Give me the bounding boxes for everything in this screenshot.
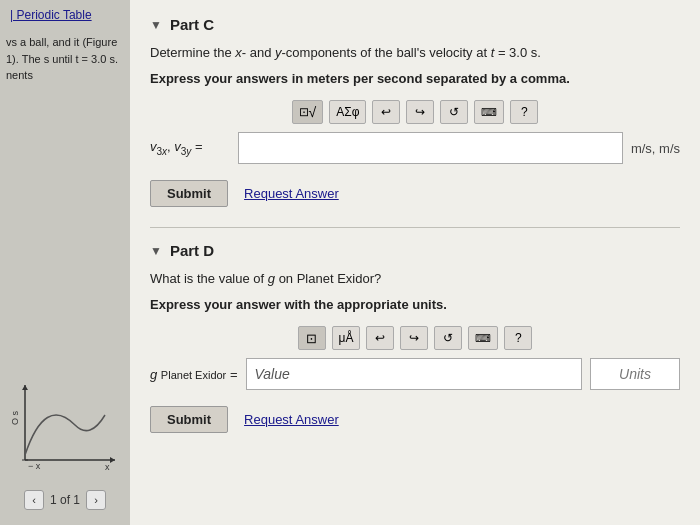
part-c-title: Part C [170, 16, 214, 33]
svg-marker-5 [110, 457, 115, 463]
part-c-submit-button[interactable]: Submit [150, 180, 228, 207]
main-content: ▼ Part C Determine the x- and y-componen… [130, 0, 700, 525]
nav-label: 1 of 1 [50, 493, 80, 507]
periodic-table-link[interactable]: | Periodic Table [6, 8, 124, 22]
part-c-toggle[interactable]: ▼ [150, 18, 162, 32]
svg-text:O s: O s [10, 410, 20, 425]
help-icon-d: ? [515, 331, 522, 345]
graph-svg: O s x − x [10, 375, 120, 475]
undo-icon-c: ↩ [381, 105, 391, 119]
refresh-icon-d: ↺ [443, 331, 453, 345]
keyboard-btn-d[interactable]: ⌨ [468, 326, 498, 350]
help-btn-c[interactable]: ? [510, 100, 538, 124]
refresh-btn-c[interactable]: ↺ [440, 100, 468, 124]
part-d-title: Part D [170, 242, 214, 259]
svg-text:x: x [105, 462, 110, 472]
fraction-btn-c[interactable]: ⊡ √ [292, 100, 324, 124]
svg-text:− x: − x [28, 461, 41, 471]
part-d-answer-label: g Planet Exidor = [150, 367, 238, 382]
sqrt-icon-c: √ [309, 104, 317, 120]
part-d-header: ▼ Part D [150, 242, 680, 259]
part-c-answer-row: v3x, v3y = m/s, m/s [150, 132, 680, 164]
fraction-btn-d[interactable]: ⊡ [298, 326, 326, 350]
part-d-request-answer[interactable]: Request Answer [244, 412, 339, 427]
redo-icon-d: ↪ [409, 331, 419, 345]
part-c-header: ▼ Part C [150, 16, 680, 33]
undo-icon-d: ↩ [375, 331, 385, 345]
part-d-toggle[interactable]: ▼ [150, 244, 162, 258]
fraction-icon-c: ⊡ [299, 105, 309, 119]
part-c-request-answer[interactable]: Request Answer [244, 186, 339, 201]
sigma-btn-c[interactable]: ΑΣφ [329, 100, 366, 124]
part-c-answer-label: v3x, v3y = [150, 139, 230, 157]
help-btn-d[interactable]: ? [504, 326, 532, 350]
sidebar-nav: ‹ 1 of 1 › [0, 490, 130, 510]
part-d-answer-row: g Planet Exidor = Units [150, 358, 680, 390]
sidebar: | Periodic Table vs a ball, and it (Figu… [0, 0, 130, 525]
keyboard-btn-c[interactable]: ⌨ [474, 100, 504, 124]
part-d-submit-button[interactable]: Submit [150, 406, 228, 433]
part-c-question: Determine the x- and y-components of the… [150, 43, 680, 63]
keyboard-icon-c: ⌨ [481, 106, 497, 119]
mu-icon-d: μÅ [339, 331, 354, 345]
part-d-instruction: Express your answer with the appropriate… [150, 295, 680, 315]
refresh-icon-c: ↺ [449, 105, 459, 119]
redo-icon-c: ↪ [415, 105, 425, 119]
sigma-icon-c: ΑΣφ [336, 105, 359, 119]
part-c-unit-label: m/s, m/s [631, 141, 680, 156]
refresh-btn-d[interactable]: ↺ [434, 326, 462, 350]
nav-prev-button[interactable]: ‹ [24, 490, 44, 510]
svg-marker-6 [22, 385, 28, 390]
part-c-answer-input[interactable] [238, 132, 623, 164]
nav-next-button[interactable]: › [86, 490, 106, 510]
problem-text: vs a ball, and it (Figure 1). The s unti… [6, 34, 124, 84]
part-c-toolbar: ⊡ √ ΑΣφ ↩ ↪ ↺ ⌨ ? [150, 100, 680, 124]
redo-btn-d[interactable]: ↪ [400, 326, 428, 350]
units-label: Units [619, 366, 651, 382]
fraction-icon-d: ⊡ [306, 331, 317, 346]
help-icon-c: ? [521, 105, 528, 119]
undo-btn-c[interactable]: ↩ [372, 100, 400, 124]
part-d-question: What is the value of g on Planet Exidor? [150, 269, 680, 289]
part-d-toolbar: ⊡ μÅ ↩ ↪ ↺ ⌨ ? [150, 326, 680, 350]
part-c-submit-row: Submit Request Answer [150, 180, 680, 207]
part-c-instruction: Express your answers in meters per secon… [150, 69, 680, 89]
graph-area: O s x − x [0, 355, 130, 475]
part-d-units-box[interactable]: Units [590, 358, 680, 390]
mu-btn-d[interactable]: μÅ [332, 326, 361, 350]
section-divider [150, 227, 680, 228]
redo-btn-c[interactable]: ↪ [406, 100, 434, 124]
part-d-submit-row: Submit Request Answer [150, 406, 680, 433]
undo-btn-d[interactable]: ↩ [366, 326, 394, 350]
keyboard-icon-d: ⌨ [475, 332, 491, 345]
part-d-value-input[interactable] [246, 358, 582, 390]
